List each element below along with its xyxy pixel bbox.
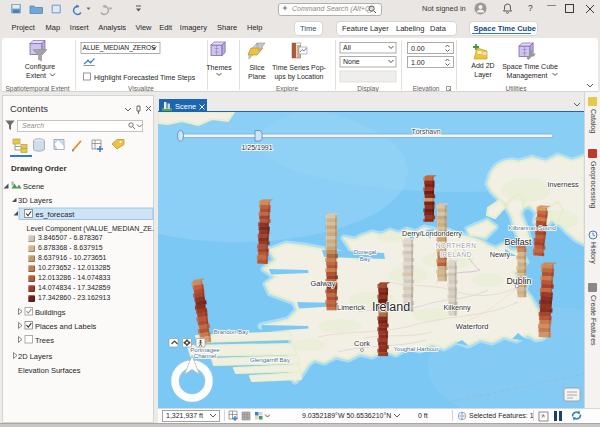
svg-text:3D Layers: 3D Layers <box>18 196 52 205</box>
svg-text:0.00: 0.00 <box>411 45 425 52</box>
svg-text:Add 2D: Add 2D <box>471 62 494 69</box>
svg-text:es_forecast: es_forecast <box>36 210 76 219</box>
svg-text:Channel: Channel <box>194 353 216 359</box>
svg-text:Glengarriff Bay: Glengarriff Bay <box>250 357 290 363</box>
svg-text:Themes: Themes <box>206 64 232 71</box>
svg-text:1/25/1991: 1/25/1991 <box>241 144 272 151</box>
svg-text:Buildings: Buildings <box>35 308 66 317</box>
svg-text:Extent: Extent <box>26 72 46 79</box>
svg-text:Newry: Newry <box>490 250 511 259</box>
svg-text:Layer: Layer <box>474 71 492 79</box>
svg-text:Brandon Bay: Brandon Bay <box>214 329 249 335</box>
svg-text:Time Series Pop-: Time Series Pop- <box>272 64 326 72</box>
svg-text:Dublin: Dublin <box>507 276 532 286</box>
svg-text:Waterford: Waterford <box>456 322 489 331</box>
svg-text:Level Component (VALUE_MEDIAN_: Level Component (VALUE_MEDIAN_ZE... <box>27 225 155 233</box>
svg-text:Tórshavn: Tórshavn <box>411 128 440 135</box>
svg-text:Highlight Forecasted Time Step: Highlight Forecasted Time Steps <box>94 74 196 82</box>
svg-text:NORTHERN: NORTHERN <box>436 242 477 249</box>
svg-text:All: All <box>343 44 351 51</box>
svg-text:Places and Labels: Places and Labels <box>35 322 97 331</box>
svg-text:2D Layers: 2D Layers <box>18 352 52 361</box>
svg-text:Kilbrannan Sound: Kilbrannan Sound <box>508 225 556 231</box>
svg-text:Derry/Londonderry: Derry/Londonderry <box>402 229 462 238</box>
svg-text:Limerick: Limerick <box>337 303 365 312</box>
svg-text:Trees: Trees <box>35 336 54 345</box>
svg-text:Donegal: Donegal <box>354 249 376 255</box>
svg-text:Plane: Plane <box>248 73 266 80</box>
svg-text:Bay: Bay <box>360 256 370 262</box>
svg-text:Scene: Scene <box>23 182 44 191</box>
svg-text:Belfast: Belfast <box>505 237 532 247</box>
svg-text:Elevation Surfaces: Elevation Surfaces <box>18 366 81 375</box>
svg-text:Galway: Galway <box>310 279 335 288</box>
svg-text:ALUE_MEDIAN_ZEROS: ALUE_MEDIAN_ZEROS <box>83 44 157 52</box>
svg-text:None: None <box>343 58 360 65</box>
svg-text:Configure: Configure <box>25 63 55 71</box>
svg-text:Inverness: Inverness <box>547 180 579 189</box>
svg-text:Space Time Cube: Space Time Cube <box>502 63 558 71</box>
svg-text:Youghal Harbour: Youghal Harbour <box>394 346 439 352</box>
svg-text:Management: Management <box>507 72 548 80</box>
svg-text:ups by Location: ups by Location <box>274 73 323 81</box>
svg-text:Slice: Slice <box>249 64 264 71</box>
svg-text:IRELAND: IRELAND <box>440 251 472 258</box>
svg-text:Cork: Cork <box>354 339 370 348</box>
svg-text:1.00: 1.00 <box>411 59 425 66</box>
svg-text:Ireland: Ireland <box>372 300 410 314</box>
svg-text:Kilkenny: Kilkenny <box>443 303 471 312</box>
